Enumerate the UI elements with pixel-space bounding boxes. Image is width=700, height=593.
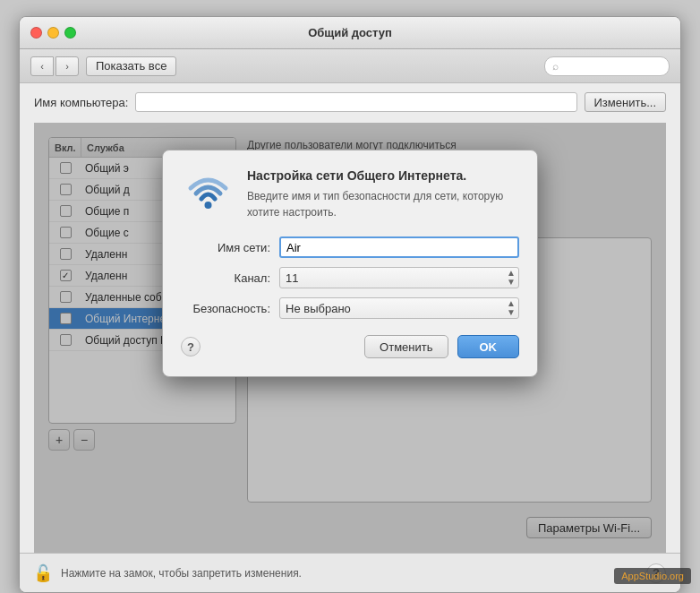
network-name-row: Имя сети:	[181, 236, 519, 258]
dialog-header: Настройка сети Общего Интернета. Введите…	[181, 168, 519, 220]
wifi-icon	[181, 168, 235, 213]
two-column-layout: Вкл. Служба Общий эОбщий дОбщие пОбщие с…	[34, 123, 666, 553]
dialog-form: Имя сети: Канал: 11 1 6	[181, 236, 519, 319]
watermark-text: AppStudio	[621, 571, 667, 581]
channel-select-wrapper: 11 1 6 ▲▼	[279, 267, 519, 288]
lock-icon: 🔓	[34, 563, 52, 583]
close-button[interactable]	[30, 27, 42, 39]
dialog-title-block: Настройка сети Общего Интернета. Введите…	[247, 168, 519, 220]
dialog-subtitle: Введите имя и тип безопасности для сети,…	[247, 188, 519, 220]
show-all-button[interactable]: Показать все	[86, 56, 176, 76]
maximize-button[interactable]	[64, 27, 76, 39]
content-area: Имя компьютера: Изменить... Вкл. Служба …	[20, 83, 680, 553]
watermark: AppStudio.org	[614, 568, 691, 584]
dialog-title: Настройка сети Общего Интернета.	[247, 168, 519, 183]
traffic-lights	[30, 27, 76, 39]
svg-point-0	[204, 202, 211, 209]
bottom-bar: 🔓 Нажмите на замок, чтобы запретить изме…	[20, 553, 680, 592]
back-button[interactable]: ‹	[30, 56, 54, 76]
edit-button[interactable]: Изменить...	[585, 92, 666, 112]
watermark-suffix: .org	[667, 571, 684, 581]
computer-name-input[interactable]	[135, 92, 576, 112]
security-row: Безопасность: Не выбрано WPA2 Personal W…	[181, 297, 519, 319]
security-label: Безопасность:	[181, 302, 279, 315]
search-icon: ⌕	[552, 60, 559, 73]
security-select[interactable]: Не выбрано WPA2 Personal WEP (переход)	[279, 297, 519, 319]
network-name-label: Имя сети:	[181, 241, 279, 254]
security-select-wrapper: Не выбрано WPA2 Personal WEP (переход) ▲…	[279, 297, 519, 319]
dialog-help-button[interactable]: ?	[181, 337, 201, 357]
dialog-buttons: ? Отменить OK	[181, 335, 519, 358]
ok-button[interactable]: OK	[457, 335, 520, 358]
channel-label: Канал:	[181, 271, 279, 285]
computer-name-row: Имя компьютера: Изменить...	[34, 92, 666, 112]
search-box: ⌕	[544, 56, 670, 76]
cancel-button[interactable]: Отменить	[364, 335, 448, 358]
search-input[interactable]	[562, 60, 662, 73]
forward-button[interactable]: ›	[55, 56, 79, 76]
channel-row: Канал: 11 1 6 ▲▼	[181, 267, 519, 288]
modal-overlay: Настройка сети Общего Интернета. Введите…	[34, 123, 666, 553]
window-title: Общий доступ	[308, 26, 392, 39]
bottom-label: Нажмите на замок, чтобы запретить измене…	[61, 567, 637, 580]
computer-name-label: Имя компьютера:	[34, 96, 128, 109]
channel-select[interactable]: 11 1 6	[279, 267, 519, 288]
network-name-input[interactable]	[279, 236, 519, 258]
minimize-button[interactable]	[47, 27, 59, 39]
toolbar: ‹ › Показать все ⌕	[20, 49, 680, 83]
nav-buttons: ‹ ›	[30, 56, 79, 76]
dialog: Настройка сети Общего Интернета. Введите…	[162, 150, 538, 377]
title-bar: Общий доступ	[20, 17, 680, 49]
main-window: Общий доступ ‹ › Показать все ⌕ Имя комп…	[19, 16, 681, 593]
